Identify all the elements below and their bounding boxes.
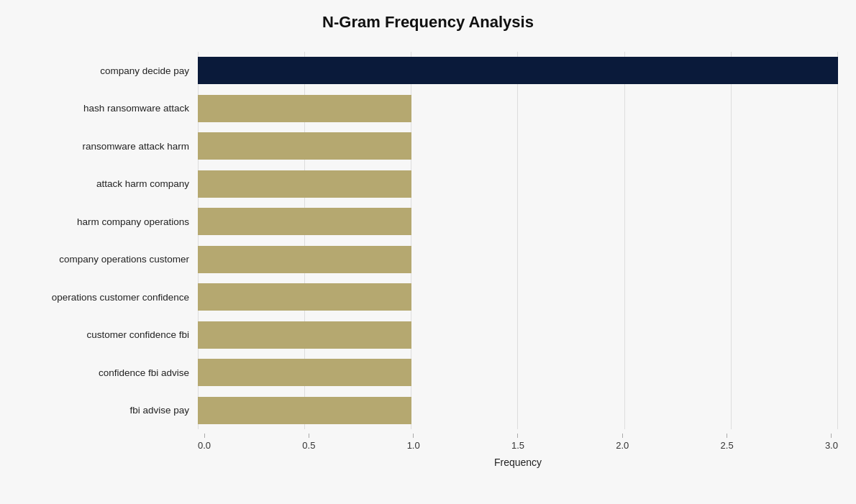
x-tick-line (309, 434, 309, 438)
bar-track (198, 57, 838, 84)
x-tick: 3.0 (825, 434, 838, 451)
bar-row: customer confidence fbi (25, 316, 838, 354)
bar-track (198, 132, 838, 160)
bars-container: company decide payhash ransomware attack… (18, 52, 838, 429)
x-tick-line (831, 434, 832, 438)
bar-fill (198, 359, 411, 386)
bar-label: fbi advise pay (25, 405, 198, 416)
bar-fill (198, 170, 411, 198)
bar-fill (198, 208, 411, 235)
bar-row: hash ransomware attack (25, 90, 838, 128)
bar-fill (198, 321, 411, 349)
bar-track (198, 170, 838, 198)
x-tick-line (517, 434, 518, 438)
x-axis-label: Frequency (198, 457, 838, 468)
chart-area: company decide payhash ransomware attack… (18, 45, 838, 504)
bar-row: fbi advise pay (25, 392, 838, 430)
bar-track (198, 359, 838, 386)
x-tick-label: 1.5 (511, 440, 524, 451)
x-axis: 0.00.51.01.52.02.53.0 Frequency (18, 434, 838, 468)
bar-track (198, 321, 838, 349)
x-tick-line (622, 434, 623, 438)
x-ticks: 0.00.51.01.52.02.53.0 (198, 434, 838, 451)
chart-title: N-Gram Frequency Analysis (322, 13, 534, 32)
bar-fill (198, 283, 411, 311)
x-tick: 0.0 (198, 434, 211, 451)
x-tick: 1.5 (511, 434, 524, 451)
bar-fill (198, 95, 411, 122)
bar-track (198, 397, 838, 424)
bar-label: hash ransomware attack (25, 103, 198, 114)
bar-row: attack harm company (25, 165, 838, 203)
x-tick-label: 3.0 (825, 440, 838, 451)
x-tick: 2.0 (616, 434, 629, 451)
bar-track (198, 95, 838, 122)
x-tick-line (727, 434, 727, 438)
x-tick: 0.5 (302, 434, 315, 451)
bar-row: confidence fbi advise (25, 354, 838, 392)
bar-track (198, 208, 838, 235)
bar-row: harm company operations (25, 203, 838, 241)
x-tick-label: 1.0 (407, 440, 420, 451)
bar-fill (198, 132, 411, 160)
bar-fill (198, 57, 838, 84)
x-tick-label: 2.0 (616, 440, 629, 451)
bar-label: company decide pay (25, 65, 198, 76)
x-tick-label: 0.5 (302, 440, 315, 451)
bar-row: company decide pay (25, 52, 838, 90)
bar-row: ransomware attack harm (25, 127, 838, 165)
bar-fill (198, 397, 411, 424)
x-tick-line (413, 434, 414, 438)
bar-label: operations customer confidence (25, 292, 198, 303)
x-tick: 1.0 (407, 434, 420, 451)
bar-row: company operations customer (25, 241, 838, 279)
x-tick: 2.5 (721, 434, 734, 451)
x-tick-line (204, 434, 205, 438)
bar-label: company operations customer (25, 254, 198, 265)
bar-track (198, 246, 838, 273)
bar-label: ransomware attack harm (25, 141, 198, 152)
bar-label: customer confidence fbi (25, 329, 198, 340)
bar-track (198, 283, 838, 311)
bar-label: attack harm company (25, 178, 198, 189)
x-tick-label: 2.5 (721, 440, 734, 451)
bar-label: harm company operations (25, 216, 198, 227)
bar-fill (198, 246, 411, 273)
x-tick-label: 0.0 (198, 440, 211, 451)
bar-label: confidence fbi advise (25, 367, 198, 378)
bar-row: operations customer confidence (25, 278, 838, 316)
